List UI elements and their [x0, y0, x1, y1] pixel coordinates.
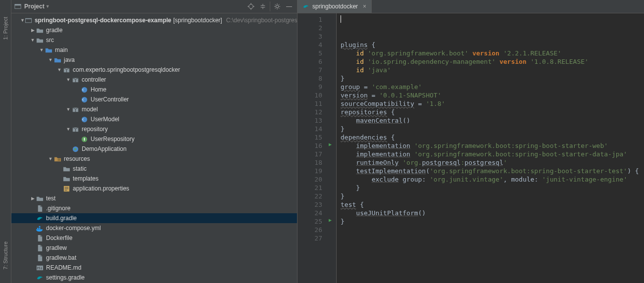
- project-tree[interactable]: ▼springboot-postgresql-dockercompose-exa…: [11, 13, 297, 283]
- folder-blue-icon: [45, 47, 52, 54]
- gutter-marks: ▶▶: [327, 13, 337, 283]
- svg-point-7: [276, 5, 278, 7]
- text-caret: [341, 15, 341, 23]
- tree-row[interactable]: ▶gradlew.bat: [11, 253, 297, 263]
- package-icon: [63, 66, 70, 74]
- code-content[interactable]: plugins { id 'org.springframework.boot' …: [337, 13, 644, 283]
- tree-item-label: test: [46, 195, 55, 202]
- tree-item-label: springboot-postgresql-dockercompose-exam…: [35, 17, 171, 24]
- folder-icon: [63, 165, 70, 173]
- tree-row[interactable]: ▼java: [11, 55, 297, 65]
- svg-rect-1: [15, 4, 21, 6]
- svg-rect-9: [26, 19, 31, 22]
- interface-icon: [81, 136, 88, 143]
- tree-item-label: UserController: [91, 96, 129, 103]
- tool-rail-left: 1: Project 7: Structure: [0, 0, 11, 283]
- svg-point-2: [249, 4, 253, 9]
- tree-row[interactable]: ▶UserController: [11, 94, 297, 104]
- tab-label: springbootdocker: [312, 3, 358, 10]
- tree-row[interactable]: ▶README.md: [11, 263, 297, 273]
- tree-row[interactable]: ▶test: [11, 193, 297, 203]
- package-icon: [72, 76, 79, 84]
- expand-arrow-icon[interactable]: ▼: [65, 127, 72, 132]
- run-icon: [72, 145, 79, 153]
- ide-workspace: 1: Project 7: Structure Project ▼ — ▼spr…: [0, 0, 644, 283]
- tree-item-label: main: [55, 47, 68, 53]
- expand-arrow-icon[interactable]: ▶: [29, 196, 36, 201]
- tab-springbootdocker[interactable]: springbootdocker ×: [297, 0, 372, 13]
- file-icon: [36, 244, 44, 252]
- tree-row[interactable]: ▶gradle: [11, 25, 297, 35]
- tree-row[interactable]: ▼repository: [11, 124, 297, 134]
- rail-item-project[interactable]: 1: Project: [2, 15, 8, 42]
- tree-row[interactable]: ▼main: [11, 45, 297, 55]
- locate-icon[interactable]: [246, 1, 256, 11]
- hide-icon[interactable]: —: [284, 1, 294, 11]
- tree-item-label: DemoApplication: [82, 145, 127, 152]
- expand-arrow-icon[interactable]: ▼: [38, 47, 45, 52]
- tree-item-label: application.properties: [73, 185, 129, 192]
- tree-item-label: settings.gradle: [46, 274, 85, 281]
- run-gutter-icon[interactable]: ▶: [329, 217, 332, 223]
- line-number-gutter: 1234567891011121314151617181920212223242…: [297, 13, 327, 283]
- tree-item-label: gradlew.bat: [46, 254, 76, 261]
- tree-row[interactable]: ▶Dockerfile: [11, 233, 297, 243]
- expand-arrow-icon[interactable]: ▼: [65, 77, 72, 82]
- tree-row[interactable]: ▶UserRespository: [11, 134, 297, 144]
- expand-arrow-icon[interactable]: ▼: [47, 156, 54, 161]
- tree-row[interactable]: ▼src: [11, 35, 297, 45]
- project-icon: [14, 3, 21, 10]
- markdown-icon: [36, 264, 44, 272]
- file-icon: [36, 205, 44, 212]
- svg-rect-18: [84, 138, 85, 141]
- rail-item-structure[interactable]: 7: Structure: [2, 239, 8, 272]
- tree-row[interactable]: ▼resources: [11, 154, 297, 164]
- folder-icon: [63, 175, 70, 183]
- tree-item-label: UserRespository: [91, 136, 135, 142]
- expand-arrow-icon[interactable]: ▼: [29, 38, 36, 43]
- collapse-all-icon[interactable]: [258, 1, 268, 11]
- tree-item-label: Home: [91, 86, 106, 93]
- editor-tabbar: springbootdocker ×: [297, 0, 644, 13]
- tree-item-label: gradlew: [46, 244, 67, 251]
- tree-row[interactable]: ▶templates: [11, 174, 297, 184]
- tree-row[interactable]: ▼model: [11, 104, 297, 114]
- tree-item-path: C:\dev\springboot-postgresql-dockercompo…: [226, 17, 297, 24]
- expand-arrow-icon[interactable]: ▼: [65, 107, 72, 112]
- expand-arrow-icon[interactable]: ▼: [20, 18, 25, 23]
- expand-arrow-icon[interactable]: ▼: [56, 67, 63, 72]
- tree-row[interactable]: ▶UserModel: [11, 114, 297, 124]
- project-tool-window: Project ▼ — ▼springboot-postgresql-docke…: [11, 0, 297, 283]
- tree-row[interactable]: ▶Home: [11, 85, 297, 94]
- expand-arrow-icon[interactable]: ▶: [29, 28, 36, 33]
- gear-icon[interactable]: [270, 1, 282, 11]
- package-icon: [72, 126, 79, 133]
- resources-icon: [54, 155, 61, 163]
- tree-row[interactable]: ▶settings.gradle: [11, 273, 297, 283]
- tree-row[interactable]: ▶application.properties: [11, 184, 297, 193]
- code-editor[interactable]: 1234567891011121314151617181920212223242…: [297, 13, 644, 283]
- tree-row[interactable]: ▶docker-compose.yml: [11, 223, 297, 233]
- chevron-down-icon[interactable]: ▼: [46, 4, 50, 9]
- tree-row[interactable]: ▼com.experto.springbootpostgresqldocker: [11, 65, 297, 75]
- tree-row[interactable]: ▶gradlew: [11, 243, 297, 253]
- tree-item-label: src: [46, 37, 54, 44]
- folder-blue-icon: [54, 56, 61, 64]
- tree-item-label: README.md: [46, 264, 81, 271]
- tree-item-label: static: [73, 165, 87, 172]
- folder-icon: [36, 37, 44, 44]
- tree-row[interactable]: ▶.gitignore: [11, 203, 297, 213]
- editor-area: springbootdocker × 123456789101112131415…: [297, 0, 644, 283]
- expand-arrow-icon[interactable]: ▼: [47, 57, 54, 62]
- svg-rect-23: [39, 228, 41, 229]
- tree-row[interactable]: ▶DemoApplication: [11, 144, 297, 154]
- tree-row[interactable]: ▼springboot-postgresql-dockercompose-exa…: [11, 15, 297, 25]
- docker-icon: [36, 225, 44, 232]
- run-gutter-icon[interactable]: ▶: [329, 142, 332, 147]
- tree-row[interactable]: ▶static: [11, 164, 297, 174]
- class-icon: [81, 86, 88, 94]
- close-icon[interactable]: ×: [363, 3, 366, 10]
- file-icon: [36, 235, 44, 242]
- tree-row[interactable]: ▼controller: [11, 75, 297, 85]
- tree-row[interactable]: ▶build.gradle: [11, 213, 297, 223]
